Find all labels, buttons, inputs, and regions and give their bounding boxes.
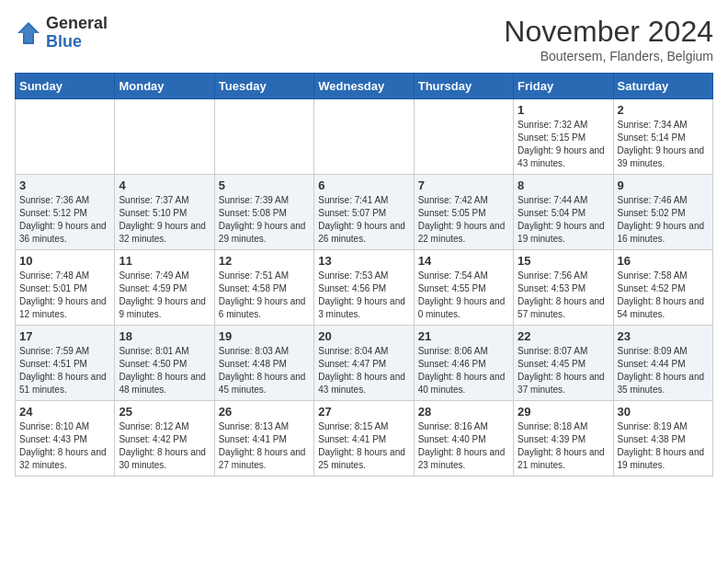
week-row-3: 17Sunrise: 7:59 AM Sunset: 4:51 PM Dayli… xyxy=(16,326,713,401)
day-number: 21 xyxy=(418,329,509,343)
day-number: 17 xyxy=(19,329,110,343)
day-info: Sunrise: 8:07 AM Sunset: 4:45 PM Dayligh… xyxy=(518,345,609,396)
weekday-header-thursday: Thursday xyxy=(414,74,513,99)
day-info: Sunrise: 7:34 AM Sunset: 5:14 PM Dayligh… xyxy=(618,119,709,170)
weekday-header-wednesday: Wednesday xyxy=(314,74,414,99)
day-cell: 17Sunrise: 7:59 AM Sunset: 4:51 PM Dayli… xyxy=(16,326,115,401)
day-cell: 9Sunrise: 7:46 AM Sunset: 5:02 PM Daylig… xyxy=(613,175,712,250)
day-cell: 25Sunrise: 8:12 AM Sunset: 4:42 PM Dayli… xyxy=(115,401,214,477)
day-info: Sunrise: 8:12 AM Sunset: 4:42 PM Dayligh… xyxy=(119,420,210,472)
day-number: 27 xyxy=(318,405,409,419)
day-info: Sunrise: 7:46 AM Sunset: 5:02 PM Dayligh… xyxy=(618,194,709,246)
day-number: 11 xyxy=(119,254,210,268)
day-number: 30 xyxy=(618,405,709,419)
day-info: Sunrise: 8:06 AM Sunset: 4:46 PM Dayligh… xyxy=(418,345,509,396)
day-number: 16 xyxy=(618,254,709,268)
day-cell xyxy=(414,99,513,175)
day-cell: 27Sunrise: 8:15 AM Sunset: 4:41 PM Dayli… xyxy=(314,401,414,477)
day-info: Sunrise: 7:42 AM Sunset: 5:05 PM Dayligh… xyxy=(418,194,509,246)
day-cell: 30Sunrise: 8:19 AM Sunset: 4:38 PM Dayli… xyxy=(613,401,712,477)
day-info: Sunrise: 7:32 AM Sunset: 5:15 PM Dayligh… xyxy=(518,119,609,170)
day-cell: 6Sunrise: 7:41 AM Sunset: 5:07 PM Daylig… xyxy=(314,175,414,250)
day-number: 15 xyxy=(518,254,609,268)
week-row-0: 1Sunrise: 7:32 AM Sunset: 5:15 PM Daylig… xyxy=(16,99,713,175)
logo: General Blue xyxy=(15,15,108,52)
day-number: 22 xyxy=(518,329,609,343)
day-cell xyxy=(214,99,313,175)
day-info: Sunrise: 7:51 AM Sunset: 4:58 PM Dayligh… xyxy=(219,270,310,321)
day-info: Sunrise: 7:58 AM Sunset: 4:52 PM Dayligh… xyxy=(618,270,709,321)
week-row-4: 24Sunrise: 8:10 AM Sunset: 4:43 PM Dayli… xyxy=(16,401,713,477)
day-number: 2 xyxy=(618,103,709,117)
day-info: Sunrise: 8:19 AM Sunset: 4:38 PM Dayligh… xyxy=(618,420,709,472)
day-cell: 15Sunrise: 7:56 AM Sunset: 4:53 PM Dayli… xyxy=(514,250,613,326)
day-cell: 22Sunrise: 8:07 AM Sunset: 4:45 PM Dayli… xyxy=(514,326,613,401)
day-cell xyxy=(115,99,214,175)
day-info: Sunrise: 8:01 AM Sunset: 4:50 PM Dayligh… xyxy=(119,345,210,396)
day-info: Sunrise: 7:53 AM Sunset: 4:56 PM Dayligh… xyxy=(318,270,409,321)
month-title: November 2024 xyxy=(504,15,713,49)
title-area: November 2024 Boutersem, Flanders, Belgi… xyxy=(504,15,713,63)
day-number: 26 xyxy=(219,405,310,419)
day-info: Sunrise: 7:48 AM Sunset: 5:01 PM Dayligh… xyxy=(19,270,110,321)
day-info: Sunrise: 7:37 AM Sunset: 5:10 PM Dayligh… xyxy=(119,194,210,246)
logo-text: General Blue xyxy=(46,15,108,52)
day-info: Sunrise: 8:04 AM Sunset: 4:47 PM Dayligh… xyxy=(318,345,409,396)
day-cell: 24Sunrise: 8:10 AM Sunset: 4:43 PM Dayli… xyxy=(16,401,115,477)
day-cell xyxy=(16,99,115,175)
day-cell: 2Sunrise: 7:34 AM Sunset: 5:14 PM Daylig… xyxy=(613,99,712,175)
day-info: Sunrise: 7:59 AM Sunset: 4:51 PM Dayligh… xyxy=(19,345,110,396)
day-info: Sunrise: 8:15 AM Sunset: 4:41 PM Dayligh… xyxy=(318,420,409,472)
day-cell: 5Sunrise: 7:39 AM Sunset: 5:08 PM Daylig… xyxy=(214,175,313,250)
header: General Blue November 2024 Boutersem, Fl… xyxy=(15,15,713,63)
day-number: 7 xyxy=(418,178,509,192)
weekday-header-sunday: Sunday xyxy=(16,74,115,99)
day-cell: 10Sunrise: 7:48 AM Sunset: 5:01 PM Dayli… xyxy=(16,250,115,326)
day-info: Sunrise: 8:18 AM Sunset: 4:39 PM Dayligh… xyxy=(518,420,609,472)
day-info: Sunrise: 7:54 AM Sunset: 4:55 PM Dayligh… xyxy=(418,270,509,321)
day-number: 28 xyxy=(418,405,509,419)
day-info: Sunrise: 7:44 AM Sunset: 5:04 PM Dayligh… xyxy=(518,194,609,246)
day-number: 9 xyxy=(618,178,709,192)
week-row-2: 10Sunrise: 7:48 AM Sunset: 5:01 PM Dayli… xyxy=(16,250,713,326)
day-info: Sunrise: 7:56 AM Sunset: 4:53 PM Dayligh… xyxy=(518,270,609,321)
weekday-header-row: SundayMondayTuesdayWednesdayThursdayFrid… xyxy=(16,74,713,99)
day-number: 8 xyxy=(518,178,609,192)
day-cell: 16Sunrise: 7:58 AM Sunset: 4:52 PM Dayli… xyxy=(613,250,712,326)
day-cell: 20Sunrise: 8:04 AM Sunset: 4:47 PM Dayli… xyxy=(314,326,414,401)
day-info: Sunrise: 7:49 AM Sunset: 4:59 PM Dayligh… xyxy=(119,270,210,321)
day-info: Sunrise: 8:03 AM Sunset: 4:48 PM Dayligh… xyxy=(219,345,310,396)
day-number: 5 xyxy=(219,178,310,192)
day-number: 18 xyxy=(119,329,210,343)
calendar-table: SundayMondayTuesdayWednesdayThursdayFrid… xyxy=(15,73,713,477)
weekday-header-friday: Friday xyxy=(514,74,613,99)
day-cell xyxy=(314,99,414,175)
day-number: 24 xyxy=(19,405,110,419)
day-info: Sunrise: 8:13 AM Sunset: 4:41 PM Dayligh… xyxy=(219,420,310,472)
day-cell: 11Sunrise: 7:49 AM Sunset: 4:59 PM Dayli… xyxy=(115,250,214,326)
day-number: 4 xyxy=(119,178,210,192)
day-cell: 4Sunrise: 7:37 AM Sunset: 5:10 PM Daylig… xyxy=(115,175,214,250)
day-number: 20 xyxy=(318,329,409,343)
day-number: 19 xyxy=(219,329,310,343)
day-cell: 7Sunrise: 7:42 AM Sunset: 5:05 PM Daylig… xyxy=(414,175,513,250)
week-row-1: 3Sunrise: 7:36 AM Sunset: 5:12 PM Daylig… xyxy=(16,175,713,250)
day-info: Sunrise: 7:36 AM Sunset: 5:12 PM Dayligh… xyxy=(19,194,110,246)
day-number: 23 xyxy=(618,329,709,343)
location: Boutersem, Flanders, Belgium xyxy=(504,49,713,63)
day-info: Sunrise: 8:10 AM Sunset: 4:43 PM Dayligh… xyxy=(19,420,110,472)
day-cell: 8Sunrise: 7:44 AM Sunset: 5:04 PM Daylig… xyxy=(514,175,613,250)
day-cell: 28Sunrise: 8:16 AM Sunset: 4:40 PM Dayli… xyxy=(414,401,513,477)
logo-icon xyxy=(15,19,42,47)
weekday-header-saturday: Saturday xyxy=(613,74,712,99)
day-cell: 21Sunrise: 8:06 AM Sunset: 4:46 PM Dayli… xyxy=(414,326,513,401)
day-number: 14 xyxy=(418,254,509,268)
day-info: Sunrise: 8:16 AM Sunset: 4:40 PM Dayligh… xyxy=(418,420,509,472)
weekday-header-tuesday: Tuesday xyxy=(214,74,313,99)
day-number: 25 xyxy=(119,405,210,419)
day-number: 1 xyxy=(518,103,609,117)
day-cell: 26Sunrise: 8:13 AM Sunset: 4:41 PM Dayli… xyxy=(214,401,313,477)
day-cell: 1Sunrise: 7:32 AM Sunset: 5:15 PM Daylig… xyxy=(514,99,613,175)
day-cell: 14Sunrise: 7:54 AM Sunset: 4:55 PM Dayli… xyxy=(414,250,513,326)
day-info: Sunrise: 8:09 AM Sunset: 4:44 PM Dayligh… xyxy=(618,345,709,396)
